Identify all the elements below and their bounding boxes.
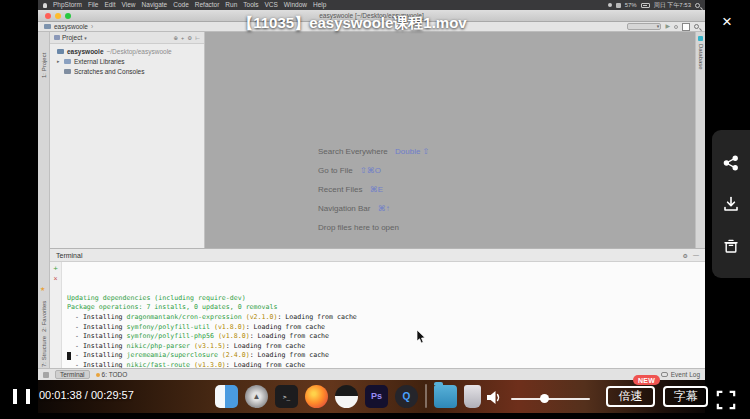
- subtitle-button[interactable]: 字幕: [663, 386, 708, 407]
- tab-structure[interactable]: 7: Structure: [41, 336, 47, 367]
- shortcut-hint: Go to File ⇧⌘O: [318, 161, 429, 180]
- trash-icon: [723, 238, 739, 254]
- menubar-item[interactable]: Window: [284, 0, 307, 10]
- fullscreen-icon: [716, 390, 736, 410]
- minimize-icon[interactable]: —: [693, 252, 699, 259]
- menubar-item[interactable]: Tools: [243, 0, 258, 10]
- tree-item-name: External Libraries: [74, 58, 125, 65]
- event-log-label[interactable]: Event Log: [671, 371, 700, 378]
- terminal-header: Terminal ⚙ —: [50, 249, 705, 262]
- dock-icon-glyph: Q: [403, 391, 411, 402]
- database-icon: [698, 36, 703, 41]
- menubar-item[interactable]: Help: [313, 0, 326, 10]
- statusbar-todo[interactable]: 6: TODO: [96, 371, 128, 378]
- menubar-item[interactable]: Navigate: [142, 0, 168, 10]
- terminal-line: - Installing symfony/polyfill-php56 (v1.…: [67, 332, 405, 342]
- dock-separator[interactable]: [425, 384, 427, 408]
- shortcut-hint: Search Everywhere Double ⇧: [318, 142, 429, 161]
- folder-dock-icon[interactable]: [434, 385, 457, 408]
- pause-bar-icon: [26, 389, 30, 404]
- shortcut-keys: ⇧⌘O: [360, 166, 381, 175]
- menubar-item[interactable]: Refactor: [195, 0, 220, 10]
- shortcut-label: Navigation Bar: [318, 204, 370, 213]
- close-player-button[interactable]: ×: [715, 10, 739, 34]
- gear-icon[interactable]: ⚙: [187, 35, 192, 41]
- pause-button[interactable]: [13, 389, 30, 404]
- project-header-tools: ⊕ + ⚙ ⊢: [173, 35, 200, 41]
- dock-icon-glyph: >_: [283, 393, 290, 400]
- menubar-item[interactable]: PhpStorm: [53, 0, 82, 10]
- terminal-title[interactable]: Terminal: [56, 252, 82, 259]
- volume-icon[interactable]: [486, 390, 502, 405]
- tab-project[interactable]: 1: Project: [41, 53, 47, 78]
- shortcut-hint: Navigation Bar ⌘↑: [318, 199, 429, 218]
- toolwindow-toggle-icon[interactable]: [43, 372, 49, 378]
- quicktime-dock-icon[interactable]: Q: [395, 385, 418, 408]
- video-player: PhpStormFileEditViewNavigateCodeRefactor…: [0, 0, 750, 419]
- dock-icon-glyph: ▲: [253, 392, 261, 401]
- shortcut-keys: ⌘E: [370, 185, 383, 194]
- editor-area: Search Everywhere Double ⇧ Go to File ⇧⌘…: [205, 32, 695, 248]
- trash-dock-icon[interactable]: [464, 385, 481, 408]
- menubar-item[interactable]: View: [122, 0, 136, 10]
- menubar-clock[interactable]: 周日 下午7:53: [654, 1, 691, 10]
- terminal-toolbar: + ×: [50, 262, 62, 368]
- download-button[interactable]: [722, 195, 740, 213]
- volume-slider[interactable]: [511, 398, 590, 400]
- statusbar-terminal-tab[interactable]: Terminal: [55, 370, 90, 379]
- tab-favorites[interactable]: 2: Favorites: [41, 301, 47, 332]
- new-session-icon[interactable]: +: [53, 265, 58, 273]
- bluetooth-icon: [616, 3, 621, 8]
- desktop-strip: ▲ >_ Ps: [38, 380, 705, 413]
- firefox-dock-icon[interactable]: [305, 385, 328, 408]
- new-badge: NEW: [633, 375, 660, 385]
- collapse-icon[interactable]: +: [181, 35, 184, 41]
- finder-dock-icon[interactable]: [215, 385, 238, 408]
- folder-icon: [57, 49, 64, 54]
- terminal-header-tools: ⚙ —: [683, 252, 699, 259]
- close-session-icon[interactable]: ×: [53, 275, 57, 282]
- battery-percent: 57%: [625, 2, 637, 8]
- gear-icon[interactable]: ⚙: [683, 252, 688, 259]
- tree-item-path: ~/Desktop/easyswoole: [107, 48, 172, 55]
- terminal-line: - Installing jeremeamia/superclosure (2.…: [67, 351, 405, 361]
- pin-icon[interactable]: ⊢: [195, 35, 200, 41]
- menubar-item[interactable]: Code: [173, 0, 189, 10]
- expander-icon[interactable]: ▸: [57, 58, 61, 64]
- project-header-label[interactable]: Project: [62, 34, 82, 41]
- project-icon: [54, 35, 60, 40]
- terminal-body: + × Updating dependencies (including req…: [50, 262, 705, 368]
- video-frame: PhpStormFileEditViewNavigateCodeRefactor…: [38, 0, 705, 413]
- tab-database[interactable]: Database: [698, 44, 704, 70]
- spotlight-icon[interactable]: [695, 3, 700, 8]
- qq-dock-icon[interactable]: [335, 385, 358, 408]
- shortcut-hint: Drop files here to open: [318, 218, 429, 237]
- fullscreen-button[interactable]: [714, 388, 738, 412]
- letterbox-left: [0, 0, 38, 419]
- share-icon: [723, 155, 739, 171]
- tree-row-root[interactable]: easyswoole ~/Desktop/easyswoole: [50, 46, 204, 56]
- delete-button[interactable]: [722, 237, 740, 255]
- tree-row-scratches[interactable]: Scratches and Consoles: [50, 66, 204, 76]
- volume-slider-knob[interactable]: [540, 394, 549, 403]
- terminal-line: Package operations: 7 installs, 0 update…: [67, 303, 405, 313]
- menubar-item[interactable]: Edit: [104, 0, 115, 10]
- terminal-dock-icon[interactable]: >_: [275, 385, 298, 408]
- status-dot-icon: [608, 3, 612, 7]
- left-toolwindow-bar: 1: Project ★ 2: Favorites 7: Structure: [38, 32, 50, 368]
- launchpad-dock-icon[interactable]: ▲: [245, 385, 268, 408]
- locate-icon[interactable]: ⊕: [173, 35, 178, 41]
- terminal-output: Updating dependencies (including require…: [67, 265, 405, 380]
- terminal-line: - Installing nikic/php-parser (v3.1.5): …: [67, 342, 405, 352]
- tree-row-external-libraries[interactable]: ▸ External Libraries: [50, 56, 204, 66]
- playback-speed-button[interactable]: 倍速: [606, 386, 655, 407]
- menubar-item[interactable]: Run: [225, 0, 237, 10]
- share-button[interactable]: [722, 154, 740, 172]
- menubar-item[interactable]: File: [88, 0, 98, 10]
- chevron-down-icon[interactable]: ▾: [84, 35, 87, 41]
- shortcut-keys: Double ⇧: [395, 147, 429, 156]
- menubar-item[interactable]: VCS: [264, 0, 277, 10]
- video-title: 【11035】easyswoole课程1.mov: [0, 14, 705, 33]
- library-icon: [64, 59, 71, 64]
- photoshop-dock-icon[interactable]: Ps: [365, 385, 388, 408]
